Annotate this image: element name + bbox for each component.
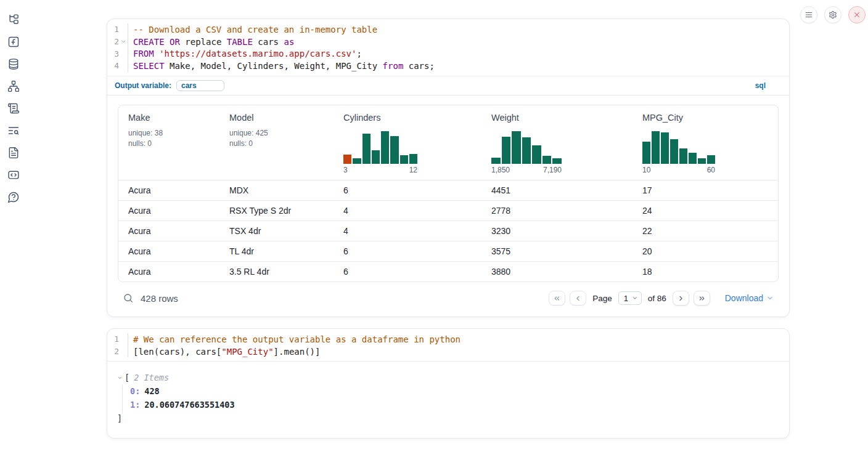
column-label: Model <box>229 113 324 123</box>
code-line[interactable]: 1-- Download a CSV and create an in-memo… <box>107 23 789 36</box>
variables-icon[interactable] <box>7 36 20 48</box>
download-button[interactable]: Download <box>725 293 774 303</box>
code-line[interactable]: 2CREATE OR replace TABLE cars as <box>107 36 789 48</box>
table-cell: 6 <box>334 180 481 200</box>
documentation-icon[interactable] <box>7 147 20 159</box>
code-content: -- Download a CSV and create an in-memor… <box>128 23 789 36</box>
histogram-axis-labels: 312 <box>343 166 417 174</box>
histogram-bar <box>707 155 715 164</box>
row-count: 428 rows <box>141 293 178 304</box>
file-tree-icon[interactable] <box>7 14 20 26</box>
code-line[interactable]: 4SELECT Make, Model, Cylinders, Weight, … <box>107 60 789 72</box>
prev-page-button[interactable] <box>570 291 586 305</box>
histogram-bar <box>661 132 669 164</box>
chevrons-right-icon <box>698 294 706 302</box>
page-select[interactable]: 1 <box>618 291 642 305</box>
code-content: CREATE OR replace TABLE cars as <box>128 36 789 48</box>
table-cell: TL 4dr <box>219 241 334 261</box>
table-cell: Acura <box>118 200 219 220</box>
table-cell: 20 <box>633 241 778 261</box>
sql-cell: 1-- Download a CSV and create an in-memo… <box>107 18 790 317</box>
datasources-icon[interactable] <box>7 58 20 70</box>
tree-header: [ 2 Items <box>117 371 779 384</box>
tree-indent-guide <box>122 386 123 413</box>
table-cell: 22 <box>633 220 778 241</box>
column-header-make[interactable]: Makeunique: 38nulls: 0 <box>118 105 219 180</box>
column-label: MPG_City <box>642 113 768 123</box>
sql-code-editor[interactable]: 1-- Download a CSV and create an in-memo… <box>107 19 789 76</box>
code-line[interactable]: 1# We can reference the output variable … <box>107 333 789 346</box>
output-variable-input[interactable] <box>176 80 224 91</box>
shutdown-button[interactable] <box>848 6 866 23</box>
table-cell: 4 <box>334 200 481 220</box>
table-cell: 18 <box>633 261 778 281</box>
histogram-bar <box>542 156 552 164</box>
table-row: AcuraTL 4dr6357520 <box>118 241 778 261</box>
help-icon[interactable] <box>7 191 20 203</box>
histogram-bar <box>698 158 706 164</box>
histogram-bar <box>522 137 531 164</box>
last-page-button[interactable] <box>694 291 710 305</box>
fold-chevron-icon[interactable] <box>119 39 128 44</box>
gutter: 2 <box>107 346 128 358</box>
code-content: SELECT Make, Model, Cylinders, Weight, M… <box>128 60 789 72</box>
column-header-cylinders[interactable]: Cylinders312 <box>334 105 481 180</box>
code-line[interactable]: 2[len(cars), cars["MPG_City"].mean()] <box>107 346 789 358</box>
settings-button[interactable] <box>824 6 841 23</box>
gutter: 1 <box>107 23 128 36</box>
histogram-axis-labels: 1060 <box>642 166 715 174</box>
gutter: 1 <box>107 333 128 346</box>
settings-icon <box>829 10 837 19</box>
scratchpad-icon[interactable] <box>7 102 20 115</box>
code-line[interactable]: 3FROM 'https://datasets.marimo.app/cars.… <box>107 47 789 60</box>
table-row: AcuraRSX Type S 2dr4277824 <box>118 200 778 220</box>
table-cell: 4 <box>334 220 481 241</box>
column-label: Weight <box>491 113 623 123</box>
entry-value: 428 <box>144 386 159 396</box>
histogram-bar <box>362 134 371 164</box>
table-cell: Acura <box>118 261 219 281</box>
dependency-graph-icon[interactable] <box>7 80 20 92</box>
pagination: Page 1 of 86 Download <box>549 291 774 305</box>
gutter: 3 <box>107 47 128 60</box>
gutter: 4 <box>107 60 128 72</box>
column-header-model[interactable]: Modelunique: 425nulls: 0 <box>219 105 334 180</box>
histogram-bar <box>491 158 501 164</box>
search-icon[interactable] <box>123 293 134 304</box>
table-cell: 4451 <box>481 180 633 200</box>
data-table: Makeunique: 38nulls: 0Modelunique: 425nu… <box>118 105 779 283</box>
table-cell: 24 <box>633 200 778 220</box>
column-histogram <box>642 131 715 164</box>
histogram-bar <box>679 148 687 164</box>
line-number: 2 <box>107 37 119 46</box>
snippets-icon[interactable] <box>7 169 20 181</box>
output-tree: [ 2 Items 0:4281:20.060747663551403 ] <box>107 361 789 425</box>
python-code-editor[interactable]: 1# We can reference the output variable … <box>107 329 789 361</box>
tree-footer: ] <box>117 411 779 425</box>
logs-search-icon[interactable] <box>7 124 20 137</box>
tree-entry: 1:20.060747663551403 <box>117 398 779 411</box>
line-number: 1 <box>107 334 119 344</box>
histogram-bar <box>689 153 697 164</box>
entry-index: 0: <box>130 386 140 396</box>
line-number: 2 <box>107 347 119 356</box>
line-number: 4 <box>107 61 119 70</box>
language-badge[interactable]: sql <box>755 81 766 90</box>
table-cell: 3880 <box>481 261 633 281</box>
column-header-mpg_city[interactable]: MPG_City1060 <box>633 105 778 180</box>
collapse-chevron-icon[interactable] <box>117 375 123 381</box>
column-histogram <box>491 131 562 164</box>
chevron-down-icon <box>766 294 774 302</box>
column-label: Make <box>128 113 210 123</box>
menu-button[interactable] <box>800 6 817 23</box>
next-page-button[interactable] <box>673 291 689 305</box>
histogram-axis-labels: 1,8507,190 <box>491 166 562 174</box>
page-select-value: 1 <box>624 294 628 303</box>
column-header-weight[interactable]: Weight1,8507,190 <box>481 105 633 180</box>
line-number: 1 <box>107 25 119 34</box>
histogram-bar <box>390 136 398 164</box>
code-content: # We can reference the output variable a… <box>128 333 789 346</box>
first-page-button[interactable] <box>549 291 565 305</box>
table-cell: RSX Type S 2dr <box>219 200 334 220</box>
histogram-bar <box>652 131 660 164</box>
